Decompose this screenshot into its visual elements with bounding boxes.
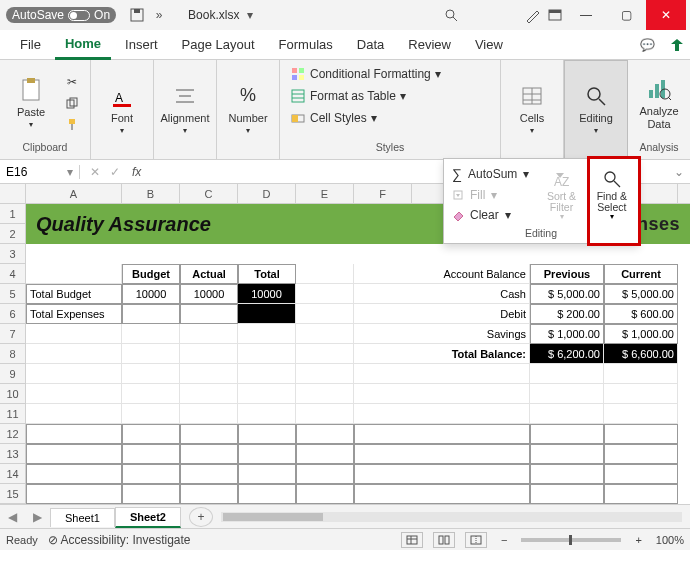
name-box[interactable]: E16▾	[0, 165, 80, 179]
cell[interactable]: $ 6,600.00	[604, 344, 678, 364]
editing-button[interactable]: Editing ▾	[571, 82, 621, 135]
fx-icon[interactable]: fx	[132, 165, 141, 179]
row-13[interactable]: 13	[0, 444, 26, 464]
fill-button[interactable]: Fill ▾	[448, 185, 533, 205]
cell-actual-header[interactable]: Actual	[180, 264, 238, 284]
row-7[interactable]: 7	[0, 324, 26, 344]
col-E[interactable]: E	[296, 184, 354, 203]
sheet-nav-next-icon[interactable]: ▶	[25, 510, 50, 524]
row-12[interactable]: 12	[0, 424, 26, 444]
zoom-in-button[interactable]: +	[631, 534, 645, 546]
cell-budget-header[interactable]: Budget	[122, 264, 180, 284]
comments-icon[interactable]: 💬	[634, 38, 660, 52]
col-B[interactable]: B	[122, 184, 180, 203]
row-15[interactable]: 15	[0, 484, 26, 504]
tab-formulas[interactable]: Formulas	[269, 31, 343, 58]
number-button[interactable]: % Number ▾	[223, 82, 273, 135]
row-14[interactable]: 14	[0, 464, 26, 484]
normal-view-icon[interactable]	[401, 532, 423, 548]
cell[interactable]: 10000	[122, 284, 180, 304]
cell[interactable]: $ 5,000.00	[604, 284, 678, 304]
tab-view[interactable]: View	[465, 31, 513, 58]
copy-button[interactable]	[60, 93, 84, 113]
add-sheet-button[interactable]: +	[189, 507, 213, 527]
cell[interactable]: 10000	[180, 284, 238, 304]
row-1[interactable]: 1	[0, 204, 26, 224]
tab-page-layout[interactable]: Page Layout	[172, 31, 265, 58]
paste-button[interactable]: Paste ▾	[6, 76, 56, 129]
cell-current-header[interactable]: Current	[604, 264, 678, 284]
row-6[interactable]: 6	[0, 304, 26, 324]
page-break-view-icon[interactable]	[465, 532, 487, 548]
tab-data[interactable]: Data	[347, 31, 394, 58]
cell[interactable]: $ 1,000.00	[604, 324, 678, 344]
minimize-button[interactable]: —	[566, 0, 606, 30]
cut-button[interactable]: ✂	[60, 72, 84, 92]
more-qat-icon[interactable]: »	[148, 4, 170, 26]
font-button[interactable]: A Font ▾	[97, 82, 147, 135]
cell[interactable]: $ 6,200.00	[530, 344, 604, 364]
cell[interactable]: 10000	[238, 284, 296, 304]
cancel-icon[interactable]: ✕	[86, 165, 104, 179]
sheet-nav-prev-icon[interactable]: ◀	[0, 510, 25, 524]
tab-insert[interactable]: Insert	[115, 31, 168, 58]
conditional-formatting-button[interactable]: Conditional Formatting ▾	[286, 64, 445, 84]
pen-icon[interactable]	[522, 4, 544, 26]
cell[interactable]: $ 200.00	[530, 304, 604, 324]
row-9[interactable]: 9	[0, 364, 26, 384]
row-2[interactable]: 2	[0, 224, 26, 244]
format-as-table-button[interactable]: Format as Table ▾	[286, 86, 410, 106]
search-icon[interactable]	[440, 4, 462, 26]
row-5[interactable]: 5	[0, 284, 26, 304]
expand-formula-bar-icon[interactable]: ⌄	[668, 165, 690, 179]
autosave-toggle[interactable]: AutoSave On	[6, 7, 116, 23]
maximize-button[interactable]: ▢	[606, 0, 646, 30]
accessibility-status[interactable]: ⊘ Accessibility: Investigate	[48, 533, 191, 547]
alignment-button[interactable]: Alignment ▾	[160, 82, 210, 135]
save-icon[interactable]	[126, 4, 148, 26]
zoom-level[interactable]: 100%	[656, 534, 684, 546]
cell-total-header[interactable]: Total	[238, 264, 296, 284]
format-painter-button[interactable]	[60, 114, 84, 134]
close-button[interactable]: ✕	[646, 0, 686, 30]
row-4[interactable]: 4	[0, 264, 26, 284]
cell-total-budget-label[interactable]: Total Budget	[26, 284, 122, 304]
sheet-tab-2[interactable]: Sheet2	[115, 507, 181, 528]
zoom-slider-thumb[interactable]	[569, 535, 572, 545]
row-10[interactable]: 10	[0, 384, 26, 404]
cell-account-balance[interactable]: Account Balance	[354, 264, 530, 284]
col-F[interactable]: F	[354, 184, 412, 203]
clear-button[interactable]: Clear ▾	[448, 205, 533, 225]
cell[interactable]: $ 1,000.00	[530, 324, 604, 344]
tab-home[interactable]: Home	[55, 30, 111, 60]
enter-icon[interactable]: ✓	[106, 165, 124, 179]
analyze-data-button[interactable]: Analyze Data	[634, 75, 684, 129]
sheet-tab-1[interactable]: Sheet1	[50, 508, 115, 527]
share-icon[interactable]	[664, 38, 690, 52]
cell-total-expenses-label[interactable]: Total Expenses	[26, 304, 122, 324]
tab-review[interactable]: Review	[398, 31, 461, 58]
cell[interactable]: $ 5,000.00	[530, 284, 604, 304]
scrollbar-thumb[interactable]	[223, 513, 323, 521]
filename-dropdown-icon[interactable]: ▾	[239, 4, 261, 26]
select-all-corner[interactable]	[0, 184, 26, 203]
row-11[interactable]: 11	[0, 404, 26, 424]
autosum-button[interactable]: ∑AutoSum ▾	[448, 163, 533, 185]
cell-cash-label[interactable]: Cash	[354, 284, 530, 304]
zoom-out-button[interactable]: −	[497, 534, 511, 546]
horizontal-scrollbar[interactable]	[221, 512, 682, 522]
col-D[interactable]: D	[238, 184, 296, 203]
row-3[interactable]: 3	[0, 244, 26, 264]
cell-savings-label[interactable]: Savings	[354, 324, 530, 344]
cells-button[interactable]: Cells ▾	[507, 82, 557, 135]
cell-total-balance-label[interactable]: Total Balance:	[354, 344, 530, 364]
col-C[interactable]: C	[180, 184, 238, 203]
cell-styles-button[interactable]: Cell Styles ▾	[286, 108, 381, 128]
col-A[interactable]: A	[26, 184, 122, 203]
tab-file[interactable]: File	[10, 31, 51, 58]
page-layout-view-icon[interactable]	[433, 532, 455, 548]
zoom-slider[interactable]	[521, 538, 621, 542]
cell-debit-label[interactable]: Debit	[354, 304, 530, 324]
cell[interactable]: $ 600.00	[604, 304, 678, 324]
cell-previous-header[interactable]: Previous	[530, 264, 604, 284]
